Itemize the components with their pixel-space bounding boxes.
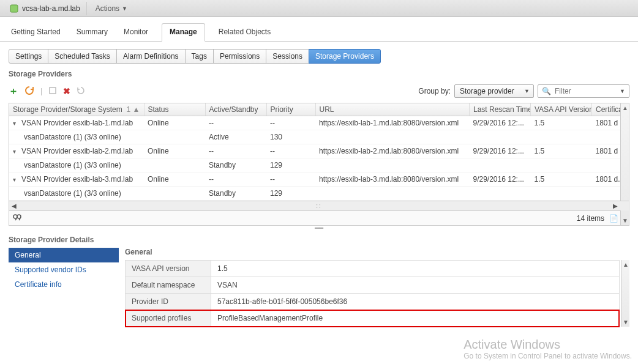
scroll-up-icon[interactable]: ▲ bbox=[622, 105, 628, 111]
subtab-storage-providers[interactable]: Storage Providers bbox=[309, 49, 381, 64]
cell-url bbox=[315, 158, 470, 173]
cell-status bbox=[144, 158, 205, 173]
subtab-settings[interactable]: Settings bbox=[9, 49, 48, 64]
grid-header-row: Storage Provider/Storage System 1 ▲ Stat… bbox=[9, 103, 629, 116]
rescan-icon[interactable] bbox=[48, 86, 57, 97]
cell-url: https://esxib-lab-2.md.lab:8080/version.… bbox=[315, 144, 470, 158]
col-priority[interactable]: Priority bbox=[266, 103, 315, 116]
table-row[interactable]: ▾VSAN Provider esxib-lab-2.md.labOnline-… bbox=[9, 144, 629, 158]
cell-name: ▾VSAN Provider esxib-lab-2.md.lab bbox=[9, 144, 144, 158]
cell-rescan bbox=[470, 187, 531, 201]
cell-status bbox=[144, 187, 205, 201]
subtab-tags[interactable]: Tags bbox=[185, 49, 214, 64]
cell-priority: 129 bbox=[266, 187, 315, 201]
group-by-select[interactable]: Storage provider bbox=[454, 84, 534, 98]
kv-row: VASA API version 1.5 bbox=[126, 261, 619, 277]
horizontal-scrollbar[interactable]: ◀ :: ▶ bbox=[9, 201, 629, 210]
cell-active: -- bbox=[205, 173, 266, 187]
grid-footer: 14 items 📄 ▼ bbox=[9, 210, 629, 225]
col-vasa-version[interactable]: VASA API Version bbox=[531, 103, 592, 116]
tab-monitor[interactable]: Monitor bbox=[121, 24, 151, 41]
cell-priority: 129 bbox=[266, 158, 315, 173]
actions-label: Actions bbox=[96, 4, 119, 13]
refresh-icon[interactable] bbox=[77, 86, 85, 97]
delete-icon[interactable]: ✖ bbox=[63, 86, 70, 96]
cell-name: vsanDatastore (1) (3/3 online) bbox=[9, 158, 144, 173]
cell-url: https://esxib-lab-1.md.lab:8080/version.… bbox=[315, 116, 470, 130]
tab-related-objects[interactable]: Related Objects bbox=[216, 24, 273, 41]
tab-manage[interactable]: Manage bbox=[162, 23, 205, 42]
sync-icon[interactable] bbox=[24, 86, 34, 97]
col-status[interactable]: Status bbox=[144, 103, 205, 116]
cell-rescan: 9/29/2016 12:... bbox=[470, 173, 531, 187]
cell-status bbox=[144, 130, 205, 144]
actions-menu[interactable]: Actions ▼ bbox=[89, 2, 133, 15]
scroll-up-icon[interactable]: ▲ bbox=[623, 261, 629, 268]
subtab-permissions[interactable]: Permissions bbox=[213, 49, 266, 64]
kv-key: Default namespace bbox=[126, 277, 211, 293]
details-nav: General Supported vendor IDs Certificate… bbox=[9, 248, 119, 327]
details-body-header: General bbox=[125, 248, 629, 260]
cell-priority: -- bbox=[266, 144, 315, 158]
tree-collapse-icon[interactable]: ▾ bbox=[13, 148, 19, 155]
filter-input[interactable] bbox=[554, 86, 621, 96]
section-title: Storage Providers bbox=[0, 64, 638, 82]
kv-row: Default namespace VSAN bbox=[126, 277, 619, 294]
details-nav-general[interactable]: General bbox=[9, 248, 119, 262]
sort-indicator: 1 ▲ bbox=[127, 105, 140, 114]
activation-watermark: Activate Windows Go to System in Control… bbox=[463, 338, 632, 360]
divider: | bbox=[40, 87, 42, 95]
kv-value: VSAN bbox=[211, 277, 619, 293]
cell-name: vsanDatastore (1) (3/3 online) bbox=[9, 130, 144, 144]
find-icon[interactable] bbox=[13, 214, 21, 223]
cell-vasa: 1.5 bbox=[531, 144, 592, 158]
subtab-sessions[interactable]: Sessions bbox=[266, 49, 309, 64]
tab-getting-started[interactable]: Getting Started bbox=[9, 24, 63, 41]
sub-tabs: Settings Scheduled Tasks Alarm Definitio… bbox=[0, 42, 638, 64]
cell-vasa: 1.5 bbox=[531, 116, 592, 130]
kv-row: Provider ID 57ac811b-a6fe-b01f-5f6f-0050… bbox=[126, 294, 619, 310]
scroll-down-icon[interactable]: ▼ bbox=[622, 217, 628, 224]
tab-summary[interactable]: Summary bbox=[74, 24, 110, 41]
item-count: 14 items bbox=[577, 214, 604, 223]
subtab-alarm-definitions[interactable]: Alarm Definitions bbox=[116, 49, 186, 64]
breadcrumb[interactable]: vcsa-lab-a.md.lab bbox=[4, 2, 87, 15]
cell-vasa bbox=[531, 187, 592, 201]
details-nav-certificate[interactable]: Certificate info bbox=[9, 277, 119, 292]
cell-url bbox=[315, 130, 470, 144]
col-storage-provider[interactable]: Storage Provider/Storage System 1 ▲ bbox=[9, 103, 144, 116]
svg-point-2 bbox=[13, 215, 17, 218]
tree-collapse-icon[interactable]: ▾ bbox=[13, 120, 19, 127]
export-icon[interactable]: 📄 bbox=[609, 214, 618, 223]
svg-point-3 bbox=[17, 215, 21, 218]
subtab-scheduled-tasks[interactable]: Scheduled Tasks bbox=[48, 49, 117, 64]
scroll-left-icon[interactable]: ◀ bbox=[10, 202, 18, 209]
resize-grip-icon[interactable]: :: bbox=[316, 202, 322, 209]
filter-box[interactable]: 🔍 bbox=[538, 84, 629, 98]
table-row[interactable]: vsanDatastore (1) (3/3 online)Standby129 bbox=[9, 187, 629, 201]
kv-row-supported-profiles: Supported profiles ProfileBasedManagemen… bbox=[126, 310, 619, 327]
scroll-right-icon[interactable]: ▶ bbox=[612, 202, 619, 209]
cell-priority: -- bbox=[266, 116, 315, 130]
cell-rescan bbox=[470, 130, 531, 144]
col-active-standby[interactable]: Active/Standby bbox=[205, 103, 266, 116]
cell-rescan bbox=[470, 158, 531, 173]
col-url[interactable]: URL bbox=[315, 103, 470, 116]
table-row[interactable]: ▾VSAN Provider esxib-lab-3.md.labOnline-… bbox=[9, 173, 629, 187]
scroll-down-icon[interactable]: ▼ bbox=[623, 319, 629, 325]
details-scrollbar[interactable]: ▲ ▼ bbox=[621, 260, 629, 327]
table-row[interactable]: vsanDatastore (1) (3/3 online)Active130 bbox=[9, 130, 629, 144]
cell-name: vsanDatastore (1) (3/3 online) bbox=[9, 187, 144, 201]
svg-rect-0 bbox=[10, 5, 18, 12]
cell-url: https://esxib-lab-3.md.lab:8080/version.… bbox=[315, 173, 470, 187]
add-icon[interactable]: ＋ bbox=[9, 85, 18, 98]
col-last-rescan[interactable]: Last Rescan Time bbox=[470, 103, 531, 116]
table-row[interactable]: vsanDatastore (1) (3/3 online)Standby129 bbox=[9, 158, 629, 173]
kv-value: ProfileBasedManagementProfile bbox=[211, 310, 619, 326]
tree-collapse-icon[interactable]: ▾ bbox=[13, 176, 19, 183]
table-row[interactable]: ▾VSAN Provider esxib-lab-1.md.labOnline-… bbox=[9, 116, 629, 130]
cell-active: Standby bbox=[205, 187, 266, 201]
cell-url bbox=[315, 187, 470, 201]
details-nav-vendor-ids[interactable]: Supported vendor IDs bbox=[9, 262, 119, 277]
cell-vasa bbox=[531, 158, 592, 173]
